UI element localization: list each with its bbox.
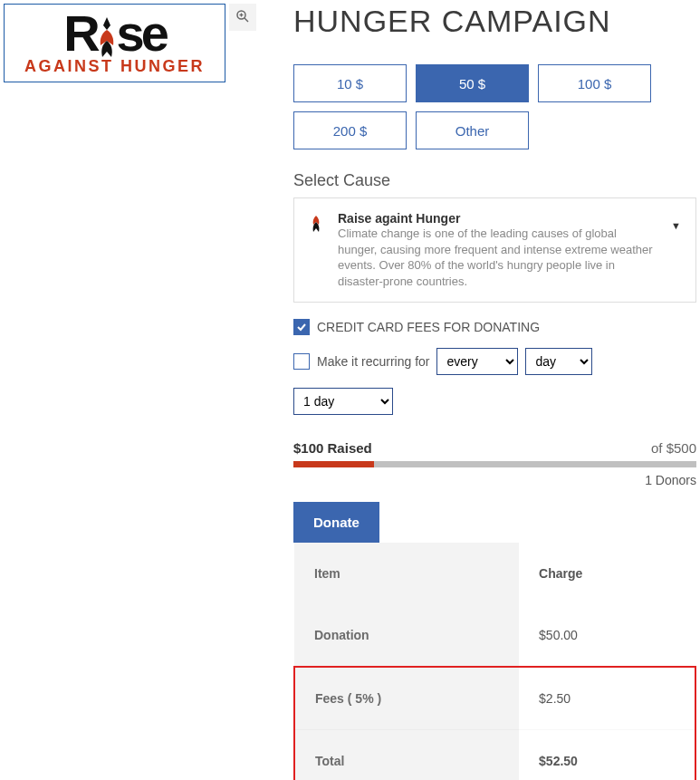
tab-donate[interactable]: Donate <box>293 502 379 543</box>
amount-options: 10 $50 $100 $200 $Other <box>293 64 696 149</box>
amount-option-3[interactable]: 200 $ <box>293 111 407 149</box>
zoom-in-icon <box>235 9 250 26</box>
row-charge-2: $52.50 <box>519 730 695 780</box>
image-column: R se AGAINST HUNGER <box>4 4 257 82</box>
frequency-select[interactable]: every <box>436 348 518 375</box>
charges-table: ItemChargeDonation$50.00 Fees ( 5% )$2.5… <box>293 543 696 780</box>
logo-text-suffix: se <box>117 8 166 59</box>
logo-word: R se <box>14 8 216 59</box>
cc-fees-checkbox[interactable] <box>293 319 310 335</box>
cause-description: Climate change is one of the leading cau… <box>338 226 657 289</box>
row-charge-1: $2.50 <box>519 667 695 730</box>
amount-option-1[interactable]: 50 $ <box>416 64 529 102</box>
recurring-label: Make it recurring for <box>317 354 429 369</box>
amount-option-0[interactable]: 10 $ <box>293 64 407 102</box>
row-item-0: Donation <box>294 604 519 667</box>
logo-text-prefix: R <box>63 8 96 59</box>
progress-fill <box>293 461 374 467</box>
unit-select[interactable]: day <box>525 348 592 375</box>
row-item-2: Total <box>294 730 519 780</box>
checkmark-icon <box>296 322 307 332</box>
wheat-icon <box>95 15 119 59</box>
cause-title: Raise againt Hunger <box>338 211 657 226</box>
goal-amount: of $500 <box>651 440 696 456</box>
zoom-button[interactable] <box>229 4 256 31</box>
logo-i-glyph <box>95 15 119 59</box>
cc-fees-label: CREDIT CARD FEES FOR DONATING <box>317 320 540 334</box>
raised-amount: $100 Raised <box>293 440 372 456</box>
logo-tagline: AGAINST HUNGER <box>14 57 216 76</box>
chevron-down-icon: ▼ <box>671 220 681 231</box>
period-select[interactable]: 1 day <box>293 388 393 415</box>
col-header-item: Item <box>294 543 519 604</box>
amount-option-2[interactable]: 100 $ <box>538 64 651 102</box>
amount-option-4[interactable]: Other <box>416 111 529 149</box>
svg-line-1 <box>245 18 248 22</box>
campaign-logo[interactable]: R se AGAINST HUNGER <box>4 4 225 82</box>
select-cause-label: Select Cause <box>293 171 696 190</box>
recurring-checkbox[interactable] <box>293 353 310 370</box>
row-charge-0: $50.00 <box>519 604 695 667</box>
page-title: HUNGER CAMPAIGN <box>293 4 696 39</box>
cause-dropdown[interactable]: Raise againt Hunger Climate change is on… <box>293 197 696 303</box>
donors-count: 1 Donors <box>293 473 696 487</box>
hunger-icon <box>309 215 323 237</box>
row-item-1: Fees ( 5% ) <box>294 667 519 730</box>
progress-bar <box>293 461 696 467</box>
col-header-charge: Charge <box>519 543 695 604</box>
